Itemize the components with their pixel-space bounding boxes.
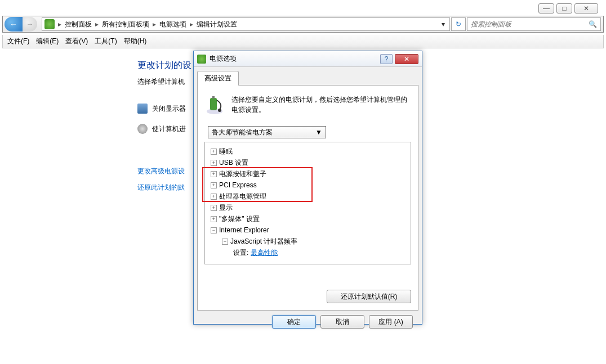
nav-back-button[interactable]: ← <box>5 17 23 32</box>
setting-value[interactable]: 最高性能 <box>251 248 278 258</box>
menu-bar: 文件(F) 编辑(E) 查看(V) 工具(T) 帮助(H) <box>2 35 604 48</box>
maximize-button[interactable]: □ <box>556 3 572 14</box>
tree-node-pci[interactable]: +PCI Express <box>207 179 408 191</box>
search-box[interactable]: 🔍 <box>467 17 601 31</box>
search-input[interactable] <box>471 20 589 28</box>
monitor-icon <box>137 104 148 114</box>
chevron-right-icon: ▸ <box>94 20 100 28</box>
tree-node-setting[interactable]: 设置: 最高性能 <box>207 247 408 258</box>
address-bar: ← → ▸ 控制面板 ▸ 所有控制面板项 ▸ 电源选项 ▸ 编辑计划设置 ▾ ↻… <box>2 16 604 33</box>
svg-point-3 <box>218 109 221 112</box>
nav-forward-button[interactable]: → <box>23 17 37 32</box>
expand-icon[interactable]: + <box>211 216 217 222</box>
svg-rect-1 <box>210 98 217 110</box>
expand-icon[interactable]: + <box>211 205 217 211</box>
restore-defaults-button[interactable]: 还原计划默认值(R) <box>327 290 411 303</box>
power-plan-value: 鲁大师节能省电方案 <box>212 128 315 137</box>
menu-view[interactable]: 查看(V) <box>65 37 88 46</box>
expand-icon[interactable]: + <box>211 194 217 200</box>
menu-edit[interactable]: 编辑(E) <box>36 37 59 46</box>
ok-button[interactable]: 确定 <box>272 315 316 329</box>
chevron-right-icon: ▸ <box>57 20 63 28</box>
menu-tools[interactable]: 工具(T) <box>95 37 117 46</box>
breadcrumb[interactable]: ▸ 控制面板 ▸ 所有控制面板项 ▸ 电源选项 ▸ 编辑计划设置 ▾ <box>42 17 450 31</box>
tree-node-power-button[interactable]: +电源按钮和盖子 <box>207 168 408 179</box>
expand-icon[interactable]: + <box>211 149 217 155</box>
dialog-close-button[interactable]: ✕ <box>395 54 418 64</box>
menu-file[interactable]: 文件(F) <box>7 37 29 46</box>
expand-icon[interactable]: + <box>211 182 217 188</box>
svg-rect-2 <box>212 96 215 98</box>
power-icon <box>197 55 206 64</box>
collapse-icon[interactable]: − <box>211 227 217 233</box>
tab-advanced[interactable]: 高级设置 <box>197 71 239 86</box>
expand-icon[interactable]: + <box>211 171 217 177</box>
dialog-title: 电源选项 <box>210 54 380 64</box>
setting-label: 设置: <box>233 248 248 258</box>
minimize-button[interactable]: — <box>538 3 554 14</box>
help-button[interactable]: ? <box>380 54 393 64</box>
sleep-icon <box>137 124 148 134</box>
power-options-dialog: 电源选项 ? ✕ 高级设置 选择您要自定义的电源计划，然后选择您希望计算机管理的… <box>193 51 422 325</box>
tree-node-display[interactable]: +显示 <box>207 202 408 213</box>
apply-button[interactable]: 应用 (A) <box>369 315 413 329</box>
battery-plan-icon <box>204 95 225 115</box>
dialog-title-bar[interactable]: 电源选项 ? ✕ <box>194 51 422 67</box>
dropdown-icon: ▼ <box>315 128 322 136</box>
tree-node-usb[interactable]: +USB 设置 <box>207 157 408 168</box>
dialog-description: 选择您要自定义的电源计划，然后选择您希望计算机管理的电源设置。 <box>231 95 411 115</box>
settings-tree[interactable]: +睡眠 +USB 设置 +电源按钮和盖子 +PCI Express +处理器电源… <box>204 142 411 264</box>
menu-help[interactable]: 帮助(H) <box>124 37 147 46</box>
collapse-icon[interactable]: − <box>222 239 228 245</box>
tree-node-cpu[interactable]: +处理器电源管理 <box>207 191 408 202</box>
expand-icon[interactable]: + <box>211 160 217 166</box>
breadcrumb-item[interactable]: 电源选项 <box>157 20 189 29</box>
tree-node-media[interactable]: +"多媒体" 设置 <box>207 213 408 224</box>
tree-node-sleep[interactable]: +睡眠 <box>207 146 408 157</box>
power-plan-select[interactable]: 鲁大师节能省电方案 ▼ <box>208 126 326 138</box>
breadcrumb-item[interactable]: 控制面板 <box>63 20 94 29</box>
option-monitor: 关闭显示器 <box>152 104 186 114</box>
control-panel-icon <box>44 19 55 29</box>
chevron-right-icon: ▸ <box>189 20 194 28</box>
tree-node-ie[interactable]: −Internet Explorer <box>207 224 408 236</box>
dialog-cancel-button[interactable]: 取消 <box>320 315 364 329</box>
refresh-button[interactable]: ↻ <box>451 17 466 31</box>
breadcrumb-item[interactable]: 所有控制面板项 <box>100 20 152 29</box>
breadcrumb-dropdown-icon[interactable]: ▾ <box>439 20 447 28</box>
search-icon[interactable]: 🔍 <box>589 20 597 28</box>
chevron-right-icon: ▸ <box>152 20 157 28</box>
breadcrumb-item[interactable]: 编辑计划设置 <box>194 20 239 29</box>
close-button[interactable]: ✕ <box>574 3 598 14</box>
tree-node-js-timer[interactable]: −JavaScript 计时器频率 <box>207 236 408 247</box>
option-sleep: 使计算机进 <box>152 124 186 134</box>
